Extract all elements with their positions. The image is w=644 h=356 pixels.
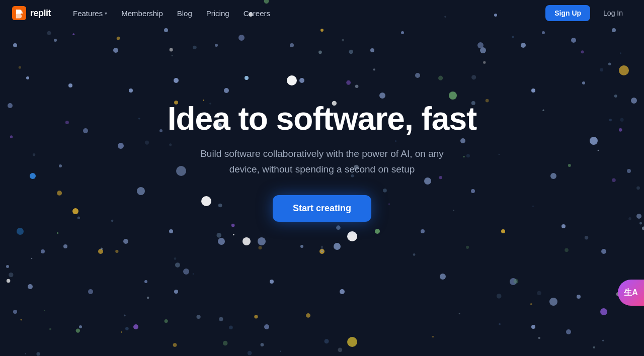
replit-logo-icon: [12, 6, 26, 20]
nav-membership[interactable]: Membership: [115, 6, 169, 21]
chevron-down-icon: ▾: [105, 11, 107, 16]
start-creating-button[interactable]: Start creating: [273, 195, 371, 222]
logo-text: replit: [30, 8, 51, 19]
nav-links: Features ▾ Membership Blog Pricing Caree…: [67, 6, 545, 21]
svg-rect-1: [20, 12, 23, 14]
hero-section: Idea to software, fast Build software co…: [0, 0, 644, 356]
scroll-down-arrow: ↓: [319, 242, 325, 255]
hero-title: Idea to software, fast: [168, 101, 477, 136]
nav-features[interactable]: Features ▾: [67, 6, 113, 21]
nav-blog[interactable]: Blog: [171, 6, 198, 21]
navbar: replit Features ▾ Membership Blog Pricin…: [0, 0, 644, 26]
ai-badge[interactable]: 生A: [618, 280, 644, 306]
logo-link[interactable]: replit: [12, 6, 51, 20]
nav-careers[interactable]: Careers: [237, 6, 276, 21]
nav-actions: Sign Up Log In: [545, 5, 632, 21]
hero-subtitle: Build software collaboratively with the …: [191, 146, 453, 177]
nav-pricing[interactable]: Pricing: [200, 6, 235, 21]
signup-button[interactable]: Sign Up: [545, 5, 590, 21]
login-button[interactable]: Log In: [594, 5, 632, 21]
